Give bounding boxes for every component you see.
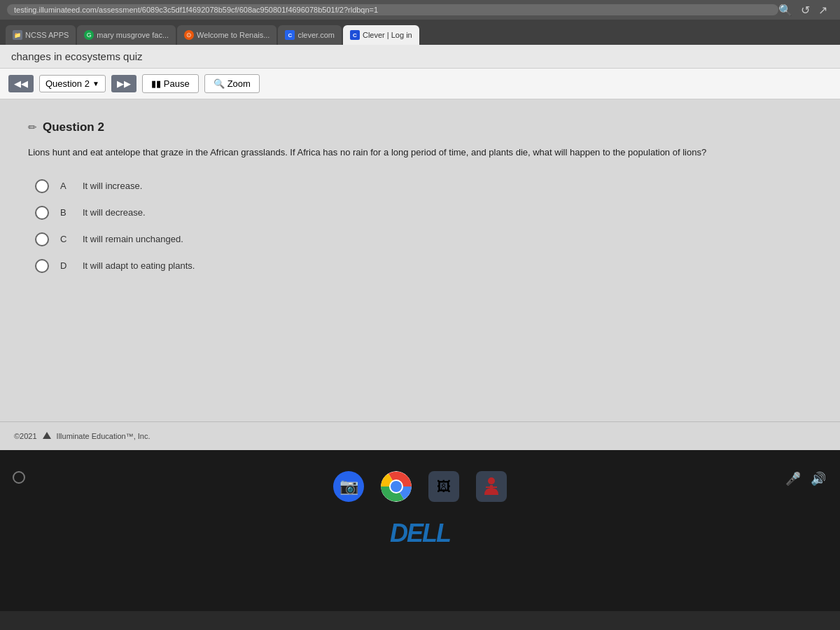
question-title: Question 2 — [43, 120, 104, 134]
option-letter-d: D — [60, 260, 71, 271]
browser-chrome: testing.illuminateed.com/assessment/6089… — [0, 0, 840, 45]
camera-taskbar-button[interactable]: 📷 — [333, 471, 364, 502]
tab-welcome[interactable]: ⊙ Welcome to Renais... — [177, 25, 276, 45]
pencil-icon: ✏ — [28, 121, 37, 134]
quiz-footer: ©2021 Illuminate Education™, Inc. — [0, 421, 840, 450]
tab-favicon-clever-login: C — [350, 30, 360, 40]
question-selector-label: Question 2 — [46, 78, 90, 89]
mic-icon[interactable]: 🎤 — [785, 471, 801, 486]
volume-icon[interactable]: 🔊 — [811, 471, 826, 486]
tab-favicon-clever: C — [285, 30, 295, 40]
gallery-taskbar-button[interactable]: 🖼 — [428, 471, 459, 502]
footer-copyright: ©2021 — [14, 432, 37, 440]
tab-bar: 📁 NCSS APPS G mary musgrove fac... ⊙ Wel… — [0, 20, 840, 45]
svg-rect-5 — [490, 485, 493, 493]
pause-button[interactable]: ▮▮ Pause — [142, 74, 199, 93]
tab-favicon-mary: G — [84, 30, 94, 40]
radio-c[interactable] — [35, 232, 49, 246]
svg-marker-0 — [43, 432, 51, 439]
svg-point-3 — [391, 481, 402, 492]
chevron-down-icon: ▼ — [92, 80, 99, 88]
circle-home-button[interactable] — [13, 471, 25, 484]
answer-option-c[interactable]: C It will remain unchanged. — [35, 232, 812, 246]
zoom-icon: 🔍 — [214, 78, 225, 89]
answer-options: A It will increase. B It will decrease. … — [35, 179, 812, 273]
tab-favicon-welcome: ⊙ — [184, 30, 194, 40]
tab-favicon-ncss: 📁 — [13, 30, 22, 40]
taskbar-area: 🎤 🔊 📷 🖼 — [0, 450, 840, 611]
answer-option-b[interactable]: B It will decrease. — [35, 206, 812, 220]
option-text-c: It will remain unchanged. — [83, 234, 183, 244]
option-letter-c: C — [60, 234, 71, 244]
page-title-bar: changes in ecosystems quiz — [0, 45, 840, 68]
option-text-b: It will decrease. — [83, 207, 146, 218]
chrome-taskbar-button[interactable] — [381, 471, 412, 502]
tab-label-welcome: Welcome to Renais... — [197, 31, 270, 39]
url-bar: testing.illuminateed.com/assessment/6089… — [0, 0, 840, 20]
browser-action-2[interactable]: ↺ — [801, 4, 810, 17]
illuminate-logo-icon — [41, 430, 52, 442]
page-title: changes in ecosystems quiz — [11, 50, 143, 62]
main-content: changes in ecosystems quiz ◀◀ Question 2… — [0, 45, 840, 450]
next-question-button[interactable]: ▶▶ — [111, 75, 136, 92]
dell-logo-area: DELL — [390, 519, 450, 548]
question-selector[interactable]: Question 2 ▼ — [39, 75, 106, 92]
answer-option-a[interactable]: A It will increase. — [35, 179, 812, 193]
tab-clever-com[interactable]: C clever.com — [278, 25, 342, 45]
option-text-d: It will adapt to eating plants. — [83, 260, 195, 271]
person-taskbar-button[interactable] — [476, 471, 507, 502]
quiz-content: ✏ Question 2 Lions hunt and eat antelope… — [0, 99, 840, 421]
svg-point-4 — [488, 477, 495, 484]
dell-logo: DELL — [390, 519, 450, 547]
chrome-icon — [381, 471, 412, 502]
quiz-toolbar: ◀◀ Question 2 ▼ ▶▶ ▮▮ Pause 🔍 Zoom — [0, 68, 840, 99]
tab-label-ncss: NCSS APPS — [25, 31, 69, 39]
zoom-label: Zoom — [227, 78, 251, 89]
tab-mary[interactable]: G mary musgrove fac... — [77, 25, 176, 45]
tab-label-clever: clever.com — [298, 31, 335, 39]
question-text: Lions hunt and eat antelope that graze i… — [28, 146, 812, 160]
radio-d[interactable] — [35, 259, 49, 273]
browser-action-3[interactable]: ↗ — [818, 4, 827, 17]
tab-ncss-apps[interactable]: 📁 NCSS APPS — [6, 25, 76, 45]
system-tray: 🎤 🔊 — [785, 471, 826, 486]
pause-icon: ▮▮ — [151, 78, 161, 89]
tab-clever-login[interactable]: C Clever | Log in — [343, 25, 419, 45]
tab-label-mary: mary musgrove fac... — [97, 31, 169, 39]
option-letter-a: A — [60, 181, 71, 191]
tab-label-clever-login: Clever | Log in — [363, 31, 412, 39]
browser-action-1[interactable]: 🔍 — [778, 4, 792, 17]
taskbar-icons-row: 📷 🖼 — [333, 471, 507, 502]
pause-label: Pause — [164, 78, 190, 89]
radio-a[interactable] — [35, 179, 49, 193]
radio-b[interactable] — [35, 206, 49, 220]
url-text[interactable]: testing.illuminateed.com/assessment/6089… — [7, 4, 778, 15]
option-text-a: It will increase. — [83, 181, 142, 191]
answer-option-d[interactable]: D It will adapt to eating plants. — [35, 259, 812, 273]
question-header: ✏ Question 2 — [28, 120, 812, 134]
option-letter-b: B — [60, 207, 71, 218]
prev-question-button[interactable]: ◀◀ — [8, 75, 34, 92]
svg-rect-6 — [486, 486, 497, 488]
person-icon — [480, 475, 503, 498]
zoom-button[interactable]: 🔍 Zoom — [204, 74, 260, 93]
footer-company: Illuminate Education™, Inc. — [57, 432, 150, 440]
